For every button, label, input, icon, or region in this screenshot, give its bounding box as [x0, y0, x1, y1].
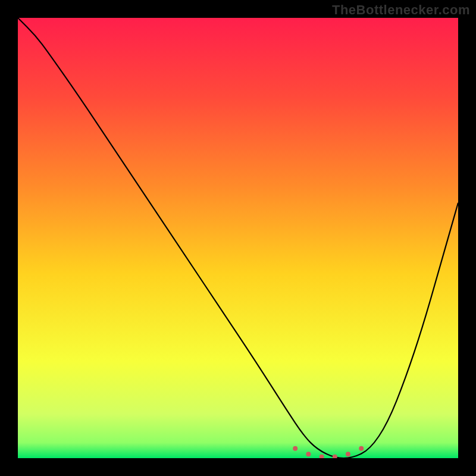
- valley-dot: [359, 446, 364, 451]
- chart-frame: TheBottlenecker.com: [0, 0, 476, 476]
- valley-dot: [346, 452, 350, 456]
- valley-dot: [306, 452, 311, 456]
- valley-dot: [293, 446, 298, 451]
- watermark-text: TheBottlenecker.com: [332, 2, 470, 18]
- plot-area: [18, 18, 458, 458]
- bottleneck-chart: [18, 18, 458, 458]
- gradient-background: [18, 18, 458, 458]
